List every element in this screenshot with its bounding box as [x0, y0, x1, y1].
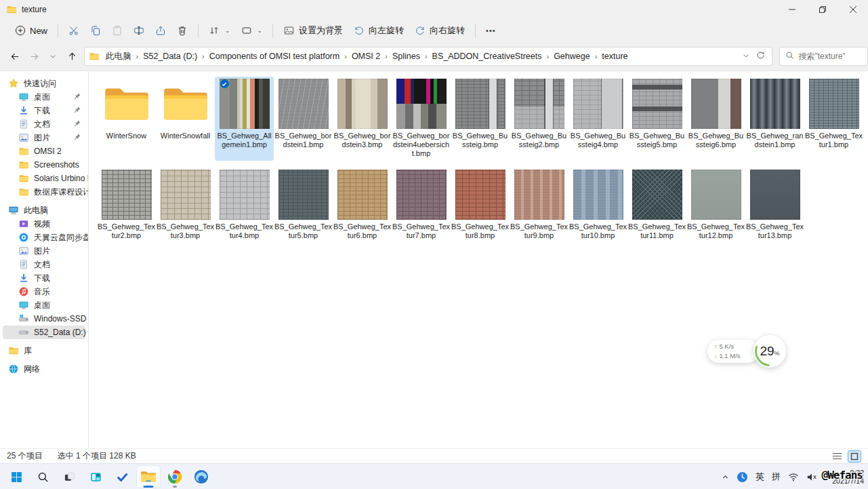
close-button[interactable] [838, 0, 868, 19]
progress-circle[interactable]: 29 % [753, 335, 786, 368]
file-item[interactable]: BS_Gehweg_Bussteig5.bmp [627, 77, 686, 161]
sidebar-item-下载[interactable]: 下载 [3, 104, 85, 117]
file-item[interactable]: BS_Gehweg_Textur12.bmp [686, 168, 745, 243]
ime-mode-indicator[interactable]: 拼 [772, 471, 781, 483]
file-item[interactable]: BS_Gehweg_Allgemein1.bmp [215, 77, 274, 161]
up-button[interactable] [64, 48, 80, 64]
todo-taskbar-button[interactable] [110, 465, 134, 488]
recent-locations-button[interactable] [45, 48, 61, 64]
sidebar-item-音乐[interactable]: 音乐 [3, 285, 85, 298]
file-item[interactable]: BS_Gehweg_Textur8.bmp [451, 168, 510, 243]
file-item[interactable]: BS_Gehweg_Textur7.bmp [392, 168, 451, 243]
set-background-button[interactable]: 设置为背景 [278, 21, 348, 40]
sidebar-item-天翼云盘同步盘[interactable]: 天翼云盘同步盘 [3, 231, 85, 244]
view-button[interactable]: ⌄ [236, 22, 268, 39]
restore-button[interactable] [807, 0, 838, 19]
search-box[interactable]: 搜索"texture" [779, 47, 868, 66]
address-dropdown-icon[interactable] [743, 52, 749, 61]
breadcrumb-segment[interactable]: OMSI 2 [348, 50, 384, 63]
sidebar-item-网络[interactable]: 网络 [3, 362, 85, 376]
file-item[interactable]: BS_Gehweg_Textur10.bmp [569, 168, 627, 243]
sidebar-item-图片[interactable]: 图片 [3, 131, 85, 144]
breadcrumb-segment[interactable]: Splines [389, 50, 423, 63]
file-item[interactable]: BS_Gehweg_Textur5.bmp [274, 168, 333, 243]
net-speed-widget[interactable]: ↑ 5 K/s ↓ 1.1 M/s 29 % [707, 335, 786, 368]
sidebar-item-Screenshots[interactable]: Screenshots [3, 158, 85, 172]
share-button[interactable] [150, 22, 171, 39]
ime-language-indicator[interactable]: 英 [756, 471, 764, 483]
folder-item[interactable]: WinterSnow [97, 77, 156, 161]
file-thumbnail [573, 79, 623, 129]
file-item[interactable]: BS_Gehweg_randstein1.bmp [745, 77, 804, 161]
breadcrumb-segment[interactable]: Components of OMSI test platform [206, 50, 343, 63]
file-item[interactable]: BS_Gehweg_Bussteig2.bmp [510, 77, 569, 161]
file-item[interactable]: BS_Gehweg_Textur2.bmp [97, 168, 156, 243]
sidebar-item-文档[interactable]: 文档 [3, 258, 85, 271]
file-item[interactable]: BS_Gehweg_Bussteig.bmp [451, 77, 510, 161]
tbsearch-taskbar-button[interactable] [30, 465, 55, 488]
sidebar-item-此电脑[interactable]: 此电脑 [3, 203, 85, 217]
volume-muted-icon[interactable] [806, 473, 817, 482]
file-thumbnail [278, 79, 329, 129]
widgets-taskbar-button[interactable] [83, 465, 108, 488]
taskbar-clock[interactable]: 8:32 2021/7/14 [825, 469, 864, 485]
file-item[interactable]: BS_Gehweg_bordstein3.bmp [333, 77, 392, 161]
thumbnail-view-toggle[interactable] [848, 450, 861, 463]
breadcrumb-segment[interactable]: 此电脑 [102, 49, 135, 64]
forward-button[interactable] [26, 48, 42, 64]
cut-button[interactable] [63, 22, 85, 39]
rotate-right-button[interactable]: 向右旋转 [409, 21, 470, 40]
sidebar-item-快速访问[interactable]: 快速访问 [3, 77, 85, 90]
file-item[interactable]: BS_Gehweg_Bussteig6.bmp [686, 77, 745, 161]
sidebar-item-Windows-SSD (C:)[interactable]: Windows-SSD (C:) [3, 312, 85, 326]
taskview-taskbar-button[interactable] [57, 465, 81, 488]
sidebar-item-OMSI 2[interactable]: OMSI 2 [3, 144, 85, 158]
sidebar-item-Solaris Urbino PL[interactable]: Solaris Urbino PL [3, 172, 85, 185]
wifi-icon[interactable] [788, 473, 799, 482]
back-button[interactable] [7, 48, 23, 64]
paste-button[interactable] [106, 22, 128, 39]
desktop-icon [18, 92, 29, 102]
clock-app-icon[interactable] [737, 471, 748, 483]
start-taskbar-button[interactable] [4, 465, 28, 488]
sidebar-item-文档[interactable]: 文档 [3, 117, 85, 131]
details-view-toggle[interactable] [830, 450, 844, 463]
new-button[interactable]: New [9, 22, 53, 39]
sidebar-item-S52_Data (D:)[interactable]: S52_Data (D:) [3, 326, 85, 339]
file-item[interactable]: BS_Gehweg_Bussteig4.bmp [569, 77, 627, 161]
file-item[interactable]: BS_Gehweg_Textur6.bmp [333, 168, 392, 243]
file-item[interactable]: BS_Gehweg_Textur1.bmp [804, 77, 863, 161]
sidebar-item-视频[interactable]: 视频 [3, 217, 85, 231]
file-item[interactable]: BS_Gehweg_Textur4.bmp [215, 168, 274, 243]
breadcrumb-segment[interactable]: BS_ADDON_CreativeStreets [429, 50, 545, 63]
copy-button[interactable] [85, 22, 106, 39]
rotate-left-button[interactable]: 向左旋转 [348, 21, 409, 40]
sidebar-item-数据库课程设计[interactable]: 数据库课程设计 [3, 185, 85, 199]
file-item[interactable]: BS_Gehweg_bordstein1.bmp [274, 77, 333, 161]
breadcrumb-segment[interactable]: Gehwege [550, 50, 594, 63]
rename-button[interactable] [128, 22, 150, 39]
refresh-icon[interactable] [756, 51, 765, 62]
breadcrumb-segment[interactable]: S52_Data (D:) [140, 50, 201, 63]
chrome-taskbar-button[interactable] [163, 465, 187, 488]
minimize-button[interactable] [777, 0, 807, 19]
address-bar[interactable]: 此电脑›S52_Data (D:)›Components of OMSI tes… [84, 47, 772, 66]
explorer-taskbar-button[interactable] [136, 465, 161, 488]
file-item[interactable]: BS_Gehweg_bordstein4uebersicht.bmp [392, 77, 451, 161]
sidebar-item-图片[interactable]: 图片 [3, 244, 85, 258]
folder-item[interactable]: WinterSnowfall [156, 77, 215, 161]
sidebar-item-桌面[interactable]: 桌面 [3, 90, 85, 104]
breadcrumb-segment[interactable]: texture [598, 50, 631, 63]
more-options-button[interactable]: ••• [480, 23, 501, 38]
edge-taskbar-button[interactable] [189, 465, 213, 488]
file-item[interactable]: BS_Gehweg_Textur9.bmp [510, 168, 569, 243]
file-item[interactable]: BS_Gehweg_Textur13.bmp [745, 168, 804, 243]
delete-button[interactable] [171, 22, 193, 39]
sort-button[interactable]: ⌄ [203, 22, 236, 39]
sidebar-item-下载[interactable]: 下载 [3, 271, 85, 285]
tray-expand-icon[interactable] [722, 473, 729, 481]
file-item[interactable]: BS_Gehweg_Textur3.bmp [156, 168, 215, 243]
sidebar-item-库[interactable]: 库 [3, 344, 85, 357]
sidebar-item-桌面[interactable]: 桌面 [3, 298, 85, 312]
file-item[interactable]: BS_Gehweg_Textur11.bmp [627, 168, 686, 243]
